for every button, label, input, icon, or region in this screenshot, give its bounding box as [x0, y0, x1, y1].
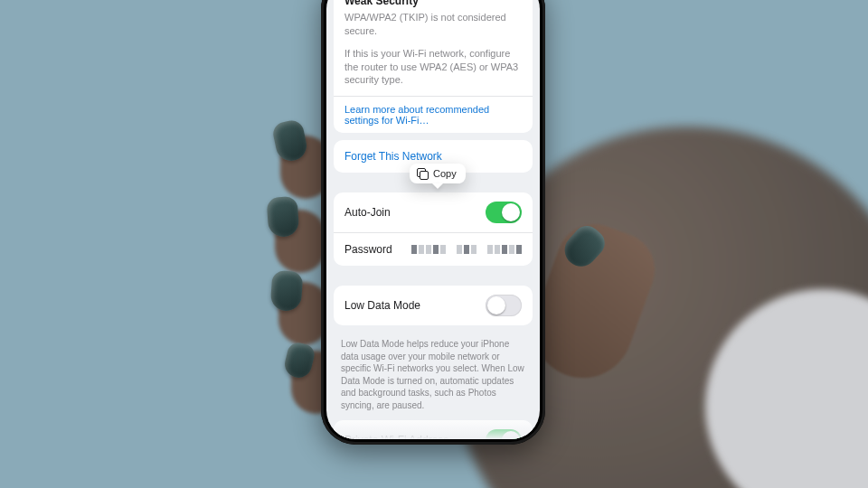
- security-warning-card: Weak Security WPA/WPA2 (TKIP) is not con…: [334, 0, 533, 133]
- fingernail: [267, 196, 300, 238]
- join-card: Auto-Join Password: [334, 192, 533, 266]
- low-data-toggle[interactable]: [486, 295, 522, 316]
- password-row[interactable]: Password: [334, 233, 533, 266]
- password-label: Password: [344, 243, 392, 256]
- low-data-card: Low Data Mode: [334, 286, 533, 325]
- copy-popover[interactable]: Copy: [410, 164, 466, 183]
- copy-label: Copy: [433, 168, 457, 179]
- wifi-settings-scroll[interactable]: Weak Security WPA/WPA2 (TKIP) is not con…: [326, 0, 540, 439]
- private-address-toggle[interactable]: [486, 429, 522, 439]
- auto-join-label: Auto-Join: [344, 206, 391, 219]
- low-data-row: Low Data Mode: [334, 286, 533, 325]
- low-data-note: Low Data Mode helps reduce your iPhone d…: [326, 333, 540, 415]
- phone-screen: Weak Security WPA/WPA2 (TKIP) is not con…: [326, 0, 540, 439]
- learn-more-link[interactable]: Learn more about recommended settings fo…: [344, 104, 489, 126]
- private-address-label: Private Wi-Fi Address: [344, 434, 448, 439]
- low-data-label: Low Data Mode: [344, 299, 420, 312]
- forget-network-label: Forget This Network: [344, 150, 442, 163]
- password-value-obscured: [411, 245, 522, 254]
- private-address-row: Private Wi-Fi Address: [334, 420, 533, 439]
- security-advice: If this is your Wi-Fi network, configure…: [344, 47, 522, 88]
- security-title: Weak Security: [344, 0, 522, 7]
- auto-join-row: Auto-Join: [334, 192, 533, 232]
- security-subtitle: WPA/WPA2 (TKIP) is not considered secure…: [344, 11, 522, 38]
- private-address-card: Private Wi-Fi Address Wi-Fi Address: [334, 420, 533, 439]
- auto-join-toggle[interactable]: [486, 202, 522, 223]
- phone-frame: Weak Security WPA/WPA2 (TKIP) is not con…: [321, 0, 545, 445]
- copy-icon: [417, 168, 428, 179]
